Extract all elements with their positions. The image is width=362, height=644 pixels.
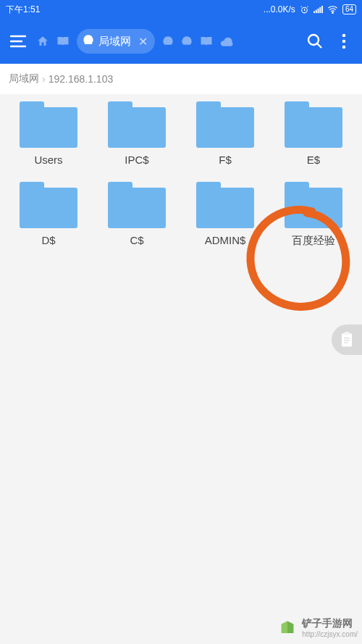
folder-label: 百度经验 xyxy=(292,234,335,248)
svg-rect-4 xyxy=(319,7,321,12)
cloud-icon[interactable] xyxy=(220,36,233,46)
close-icon[interactable]: ✕ xyxy=(138,35,148,49)
signal-icon xyxy=(313,6,323,14)
folder-icon xyxy=(196,101,254,148)
folder-d[interactable]: D$ xyxy=(4,182,93,248)
folder-label: ADMIN$ xyxy=(205,234,246,246)
folder-label: E$ xyxy=(307,154,320,166)
folder-label: F$ xyxy=(219,154,232,166)
svg-rect-5 xyxy=(321,6,323,13)
folder-e[interactable]: E$ xyxy=(269,101,358,166)
folder-ipc[interactable]: IPC$ xyxy=(93,101,181,166)
status-time: 下午1:51 xyxy=(6,4,40,16)
svg-point-13 xyxy=(342,34,346,38)
folder-label: C$ xyxy=(130,234,143,246)
svg-rect-2 xyxy=(316,9,317,13)
svg-rect-17 xyxy=(345,332,349,335)
svg-point-11 xyxy=(308,35,319,45)
lan-ghost-icon[interactable] xyxy=(162,35,174,47)
home-icon[interactable] xyxy=(36,35,49,48)
svg-point-14 xyxy=(342,40,346,43)
folder-label: IPC$ xyxy=(125,154,148,166)
menu-button[interactable] xyxy=(6,29,30,54)
lan-icon xyxy=(83,34,94,49)
chevron-right-icon: › xyxy=(42,73,46,85)
folder-icon xyxy=(108,182,166,228)
folder-icon xyxy=(196,182,254,228)
clipboard-fab[interactable] xyxy=(332,325,362,355)
watermark-logo-icon xyxy=(277,618,298,638)
folder-label: D$ xyxy=(41,234,55,246)
svg-rect-10 xyxy=(85,43,93,44)
alarm-icon xyxy=(300,5,309,14)
battery-indicator: 64 xyxy=(342,4,356,14)
folder-label: Users xyxy=(34,154,62,166)
folder-admin[interactable]: ADMIN$ xyxy=(181,182,269,248)
svg-rect-3 xyxy=(317,8,319,12)
watermark-title: 铲子手游网 xyxy=(302,617,353,629)
tab-lan-label: 局域网 xyxy=(98,35,131,49)
book-icon[interactable] xyxy=(56,35,70,47)
breadcrumb-root[interactable]: 局域网 xyxy=(9,72,39,85)
search-button[interactable] xyxy=(303,29,327,54)
more-button[interactable] xyxy=(332,29,356,54)
svg-rect-1 xyxy=(313,11,315,13)
folder-icon xyxy=(285,101,342,148)
folder-users[interactable]: Users xyxy=(4,101,93,166)
tab-lan[interactable]: 局域网 ✕ xyxy=(77,29,155,54)
folder-grid: Users IPC$ F$ E$ D$ C$ ADMIN$ 百度经验 xyxy=(4,101,358,248)
folder-baidu[interactable]: 百度经验 xyxy=(269,182,358,248)
folder-icon xyxy=(20,101,77,148)
folder-f[interactable]: F$ xyxy=(181,101,269,166)
watermark-url: http://czjsyx.com/ xyxy=(302,630,358,638)
book-ghost-icon[interactable] xyxy=(200,35,213,47)
status-bar: 下午1:51 ...0.0K/s 64 xyxy=(0,0,362,19)
tab-strip: 局域网 ✕ xyxy=(35,29,298,54)
svg-point-6 xyxy=(332,12,334,14)
breadcrumb: 局域网 › 192.168.1.103 xyxy=(0,64,362,94)
status-net-speed: ...0.0K/s xyxy=(264,4,295,14)
svg-point-15 xyxy=(342,46,346,49)
svg-line-12 xyxy=(317,43,321,48)
watermark: 铲子手游网 http://czjsyx.com/ xyxy=(277,617,358,638)
folder-icon xyxy=(20,182,77,228)
lan-ghost-icon-2[interactable] xyxy=(181,35,193,47)
folder-icon xyxy=(285,182,342,228)
app-bar: 局域网 ✕ xyxy=(0,19,362,64)
breadcrumb-path[interactable]: 192.168.1.103 xyxy=(49,73,114,85)
folder-icon xyxy=(108,101,166,148)
folder-c[interactable]: C$ xyxy=(93,182,181,248)
wifi-icon xyxy=(327,5,338,14)
